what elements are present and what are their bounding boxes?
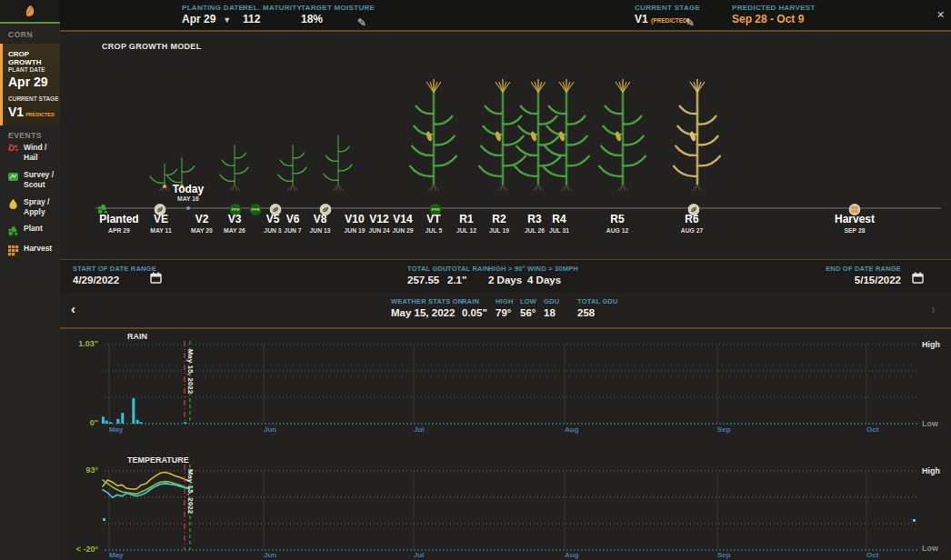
stage-r5[interactable]: R5AUG 12: [606, 214, 629, 234]
rain-low-label: Low: [922, 419, 938, 428]
event-item-spray-apply[interactable]: Spray / Apply: [7, 197, 56, 218]
next-day-chevron-icon[interactable]: ›: [931, 302, 936, 315]
stage-ve[interactable]: VEMAY 11: [150, 214, 171, 234]
temp-high-label: High: [922, 466, 940, 475]
edit-stage-pencil-icon[interactable]: ✎: [686, 16, 695, 29]
target-moisture-label: TARGET MOISTURE: [301, 4, 375, 12]
rain-high-label: High: [922, 340, 940, 349]
stage-r4[interactable]: R4JUL 31: [549, 214, 569, 234]
event-label: Wind / Hail: [24, 143, 56, 164]
events-heading: EVENTS: [8, 131, 42, 140]
crop-growth-model-title: CROP GROWTH MODEL: [102, 42, 201, 51]
weather-field-value: May 15, 2022: [391, 307, 463, 318]
stage-harvest[interactable]: HarvestSEP 28: [835, 214, 875, 234]
stage-v12[interactable]: V12JUN 24: [368, 214, 389, 234]
stage-vt[interactable]: VTJUL 5: [425, 214, 442, 234]
sidebar-crop-growth-panel[interactable]: CROP GROWTH PLANT DATE Apr 29 CURRENT ST…: [0, 44, 60, 125]
temp-series-high: [103, 473, 189, 490]
corn-plant-tall: [402, 77, 465, 194]
stage-r2[interactable]: R2JUL 19: [489, 214, 509, 234]
rel-maturity-value: 112: [243, 13, 302, 25]
total-rain-label: TOTAL RAIN: [447, 265, 490, 273]
axis-month-label: Oct: [866, 551, 878, 559]
weather-field-label: GDU: [544, 297, 559, 305]
timeline-pfr-icon[interactable]: PFR: [250, 203, 262, 215]
weather-field-label: HIGH: [496, 297, 514, 305]
rain-bar: [140, 422, 143, 424]
stage-v6[interactable]: V6JUN 7: [284, 214, 301, 234]
high-days-metric: HIGH > 90° 2 Days: [488, 265, 526, 285]
current-stage-side-value: V1: [8, 105, 24, 119]
rain-bar: [105, 421, 108, 424]
end-date-field: END OF DATE RANGE 5/15/2022: [796, 265, 901, 285]
event-label: Spray / Apply: [24, 197, 56, 218]
start-date-value[interactable]: 4/29/2022: [73, 275, 156, 285]
wind-hail-icon: [7, 143, 19, 155]
planting-date-label: PLANTING DATE: [182, 4, 244, 12]
weather-field-weather-stats-on: WEATHER STATS ONMay 15, 2022: [391, 297, 463, 318]
date-range-bar: START OF DATE RANGE 4/29/2022 TOTAL GDU …: [60, 259, 951, 295]
event-item-harvest[interactable]: Harvest: [7, 244, 56, 255]
survey-scout-icon: [7, 170, 19, 182]
stage-planted[interactable]: PlantedAPR 29: [99, 214, 138, 234]
corn-plant-tall-gold: [666, 77, 729, 194]
stage-v14[interactable]: V14JUN 29: [392, 214, 413, 234]
start-date-calendar-icon[interactable]: [150, 272, 162, 284]
corn-plant-tall: [535, 77, 598, 194]
rain-chart: RAIN 1.03" 0" High Low May 15, 2022 MayJ…: [60, 329, 951, 442]
end-date-calendar-icon[interactable]: [912, 272, 924, 284]
temp-low-label: Low: [922, 544, 938, 553]
stage-r1[interactable]: R1JUL 12: [456, 214, 476, 234]
temp-ymin-label: < -20°: [60, 545, 98, 554]
axis-month-label: Aug: [565, 551, 579, 559]
weather-field-low: LOW56°: [520, 297, 536, 318]
plant-icon: [7, 224, 19, 235]
weather-field-label: TOTAL GDU: [577, 297, 618, 305]
stage-v2[interactable]: V2MAY 20: [191, 214, 213, 234]
event-label: Plant: [24, 224, 43, 235]
weather-field-value: 18: [544, 307, 559, 318]
wind-days-label: WIND > 30MPH: [527, 265, 578, 273]
stage-v3[interactable]: V3MAY 26: [224, 214, 245, 234]
corn-plant-tall: [591, 77, 655, 194]
weather-field-gdu: GDU18: [544, 297, 559, 318]
total-gdu-value: 257.55: [407, 275, 448, 285]
end-date-value[interactable]: 5/15/2022: [796, 275, 901, 285]
today-dot[interactable]: [186, 206, 190, 210]
stage-r6[interactable]: R6AUG 27: [681, 214, 704, 234]
rel-maturity-label: REL. MATURITY: [243, 4, 302, 12]
current-stage-qualifier: (PREDICTED): [651, 17, 689, 24]
axis-month-label: Aug: [565, 425, 579, 434]
current-stage-label: CURRENT STAGE: [635, 4, 700, 12]
weather-field-value: 0.05": [462, 307, 487, 318]
edit-moisture-pencil-icon[interactable]: ✎: [357, 16, 366, 29]
weather-field-label: WEATHER STATS ON: [391, 297, 463, 305]
plant-date-label: PLANT DATE: [8, 66, 45, 73]
event-item-plant[interactable]: Plant: [7, 224, 56, 235]
app-logo[interactable]: [0, 0, 60, 24]
axis-month-label: May: [109, 425, 124, 434]
close-icon[interactable]: ✕: [936, 9, 945, 21]
axis-month-label: Jul: [414, 551, 425, 559]
crop-growth-model: CROP GROWTH MODEL PFRPFRPFR Today MAY 16…: [60, 32, 951, 259]
temperature-chart: TEMPERATURE 93° < -20° High Low May 15, …: [60, 453, 951, 560]
stage-v5[interactable]: V5JUN 3: [264, 214, 281, 234]
stage-r3[interactable]: R3JUL 26: [525, 214, 545, 234]
total-rain-value: 2.1": [447, 275, 490, 285]
axis-month-label: Oct: [866, 425, 878, 434]
stage-v8[interactable]: V8JUN 13: [309, 214, 330, 234]
current-stage-side-label: CURRENT STAGE: [8, 95, 59, 102]
high-days-value: 2 Days: [488, 275, 526, 285]
rain-ymax-label: 1.03": [60, 339, 98, 348]
stage-v10[interactable]: V10JUN 19: [344, 214, 365, 234]
prev-day-chevron-icon[interactable]: ‹: [71, 302, 75, 315]
wind-days-metric: WIND > 30MPH 4 Days: [527, 265, 578, 285]
chevron-down-icon[interactable]: ▼: [223, 15, 231, 25]
weather-field-value: 56°: [520, 307, 536, 318]
event-item-wind-hail[interactable]: Wind / Hail: [7, 143, 56, 164]
current-stage-side-qualifier: PREDICTED: [25, 112, 55, 117]
svg-text:PFR: PFR: [252, 207, 261, 212]
event-item-survey-scout[interactable]: Survey / Scout: [7, 170, 56, 191]
weather-field-value: 79°: [496, 307, 514, 318]
planting-date-value[interactable]: Apr 29▼: [182, 13, 244, 25]
